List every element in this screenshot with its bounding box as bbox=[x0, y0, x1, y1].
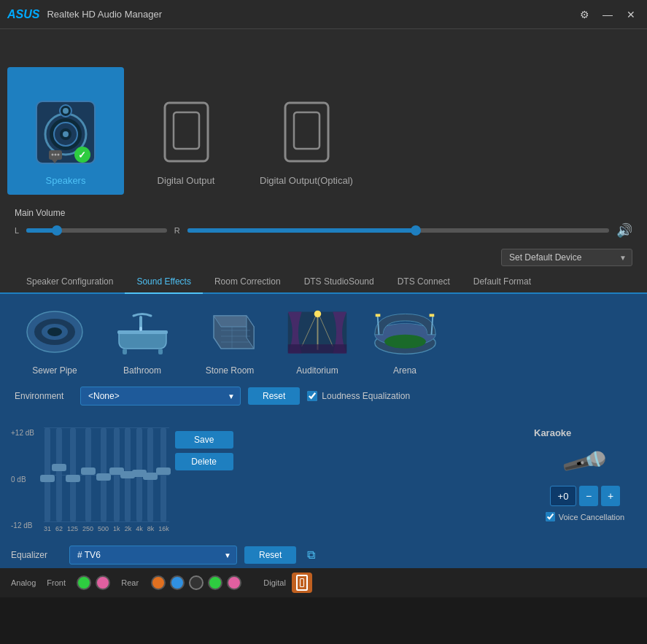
eq-preset-dropdown[interactable]: # TV6 Flat Rock Pop Jazz Classical bbox=[69, 546, 237, 565]
device-digital-output[interactable]: Digital Output bbox=[128, 67, 244, 195]
default-device-select[interactable]: Set Default Device bbox=[501, 249, 632, 266]
eq-adjust-icon[interactable]: ⧉ bbox=[307, 548, 315, 562]
fader-track-500[interactable] bbox=[101, 427, 106, 522]
fader-freq-2k: 2k bbox=[125, 525, 132, 532]
volume-lr-slider[interactable] bbox=[26, 228, 167, 233]
arena-label: Arena bbox=[393, 365, 417, 376]
fader-handle-500[interactable] bbox=[96, 473, 111, 481]
device-speakers[interactable]: ✓ Speakers bbox=[7, 67, 124, 195]
eq-controls-right: Save Delete bbox=[175, 427, 233, 470]
fader-handle-16k[interactable] bbox=[156, 468, 171, 475]
tab-default-format[interactable]: Default Format bbox=[462, 271, 543, 294]
environment-dropdown[interactable]: <None> Bathroom Stone Room Auditorium Ar… bbox=[80, 387, 241, 406]
digital-output-optical-icon-container bbox=[270, 92, 343, 172]
fader-freq-16k: 16k bbox=[158, 525, 169, 532]
eq-delete-button[interactable]: Delete bbox=[175, 453, 233, 470]
rear-orange-connector[interactable] bbox=[151, 575, 166, 590]
environment-label: Environment bbox=[15, 391, 73, 401]
fader-freq-4k: 4k bbox=[136, 525, 143, 532]
eq-band-250: 250 bbox=[82, 427, 93, 532]
tab-room-correction[interactable]: Room Correction bbox=[203, 271, 292, 294]
fader-freq-125: 125 bbox=[67, 525, 78, 532]
eq-main-area: +12 dB 0 dB -12 dB 31 bbox=[11, 427, 523, 532]
loudness-eq-checkbox[interactable] bbox=[307, 391, 317, 401]
fader-handle-125[interactable] bbox=[66, 475, 80, 482]
stone-room-icon-container bbox=[197, 305, 263, 360]
fader-track-31[interactable] bbox=[44, 427, 50, 522]
default-device-wrapper: Set Default Device bbox=[501, 249, 632, 266]
speaker-icon: 🔊 bbox=[616, 222, 632, 238]
fader-handle-250[interactable] bbox=[81, 468, 96, 475]
voice-cancellation-checkbox[interactable] bbox=[546, 512, 555, 521]
volume-lr-thumb[interactable] bbox=[52, 225, 62, 236]
default-device-row: Set Default Device bbox=[0, 244, 647, 271]
fader-handle-62[interactable] bbox=[52, 464, 66, 471]
karaoke-decrease-button[interactable]: − bbox=[579, 486, 598, 506]
fader-freq-31: 31 bbox=[44, 525, 51, 532]
db-label-0: 0 dB bbox=[11, 476, 34, 484]
fader-track-62[interactable] bbox=[56, 427, 62, 522]
analog-label: Analog bbox=[11, 578, 36, 587]
fader-track-1k[interactable] bbox=[114, 427, 120, 522]
volume-section: Main Volume L R 🔊 bbox=[0, 201, 647, 244]
bathroom-svg bbox=[112, 309, 174, 356]
eq-save-button[interactable]: Save bbox=[175, 431, 233, 449]
eq-band-8k: 8k bbox=[147, 427, 155, 532]
fader-track-2k[interactable] bbox=[125, 427, 131, 522]
env-icons-row: Sewer Pipe Bat bbox=[11, 305, 636, 376]
digital-port-icon[interactable] bbox=[292, 573, 312, 593]
fader-handle-8k[interactable] bbox=[143, 473, 158, 480]
volume-lr-fill bbox=[26, 228, 55, 233]
svg-rect-24 bbox=[117, 330, 168, 334]
svg-text:✓: ✓ bbox=[78, 150, 86, 160]
fader-track-16k[interactable] bbox=[160, 427, 166, 522]
settings-button[interactable]: ⚙ bbox=[576, 6, 593, 23]
front-pink-connector[interactable] bbox=[96, 575, 110, 590]
volume-main-slider[interactable] bbox=[187, 228, 609, 233]
fader-track-250[interactable] bbox=[85, 427, 91, 522]
svg-point-5 bbox=[63, 131, 69, 137]
rear-connectors-group: Rear bbox=[121, 575, 241, 590]
tab-dts-studiosound[interactable]: DTS StudioSound bbox=[292, 271, 386, 294]
fader-track-4k[interactable] bbox=[136, 427, 142, 522]
svg-point-40 bbox=[314, 310, 321, 317]
rear-green-connector[interactable] bbox=[208, 575, 222, 590]
tab-dts-connect[interactable]: DTS Connect bbox=[386, 271, 462, 294]
env-preset-stone-room[interactable]: Stone Room bbox=[193, 305, 266, 376]
env-preset-bathroom[interactable]: Bathroom bbox=[106, 305, 179, 376]
digital-output-optical-svg bbox=[279, 99, 334, 165]
auditorium-label: Auditorium bbox=[296, 365, 338, 376]
device-digital-output-optical[interactable]: Digital Output(Optical) bbox=[248, 67, 365, 195]
loudness-equalization-container: Loudness Equalization bbox=[307, 391, 410, 401]
minimize-button[interactable]: — bbox=[599, 6, 616, 23]
close-button[interactable]: ✕ bbox=[622, 6, 640, 23]
tab-speaker-configuration[interactable]: Speaker Configuration bbox=[15, 271, 125, 294]
environment-reset-button[interactable]: Reset bbox=[248, 387, 300, 405]
eq-band-125: 125 bbox=[67, 427, 78, 532]
front-green-connector[interactable] bbox=[77, 575, 91, 590]
fader-track-8k[interactable] bbox=[147, 427, 153, 522]
tabs-row: Speaker Configuration Sound Effects Room… bbox=[0, 271, 647, 294]
rear-blue-connector[interactable] bbox=[170, 575, 185, 590]
equalizer-label: Equalizer bbox=[11, 550, 62, 560]
fader-track-125[interactable] bbox=[70, 427, 76, 522]
auditorium-icon-container bbox=[284, 305, 350, 360]
volume-main-thumb[interactable] bbox=[411, 225, 421, 236]
eq-reset-button[interactable]: Reset bbox=[244, 546, 296, 564]
eq-faders-group: 31 62 125 bbox=[44, 427, 169, 532]
env-preset-auditorium[interactable]: Auditorium bbox=[281, 305, 354, 376]
app-title: Realtek HD Audio Manager bbox=[47, 9, 576, 20]
svg-point-7 bbox=[63, 108, 69, 114]
fader-handle-31[interactable] bbox=[40, 475, 55, 482]
speakers-icon-container: ✓ bbox=[29, 92, 102, 172]
svg-rect-18 bbox=[294, 112, 319, 149]
tab-sound-effects[interactable]: Sound Effects bbox=[125, 271, 203, 294]
karaoke-increase-button[interactable]: + bbox=[601, 486, 620, 506]
rear-pink-connector[interactable] bbox=[227, 575, 241, 590]
karaoke-section: Karaoke 🎤 +0 − + Voice Cancellation bbox=[534, 427, 636, 532]
env-preset-arena[interactable]: Arena bbox=[368, 305, 441, 376]
title-bar: ASUS Realtek HD Audio Manager ⚙ — ✕ bbox=[0, 0, 647, 29]
volume-main-fill bbox=[187, 228, 419, 233]
rear-black-connector[interactable] bbox=[189, 575, 204, 590]
env-preset-sewer-pipe[interactable]: Sewer Pipe bbox=[18, 305, 91, 376]
